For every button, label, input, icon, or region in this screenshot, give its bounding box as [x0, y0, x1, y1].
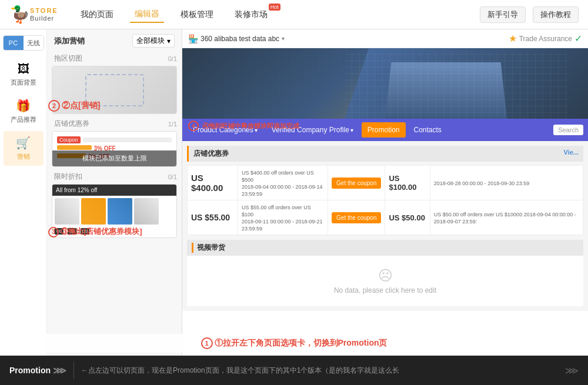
coupon-tag: Coupon — [57, 136, 81, 143]
bottom-version-chevron-icon: ⋙ — [565, 365, 579, 376]
coupon-section-header: 店铺优惠券 Vie... — [187, 146, 583, 162]
company-dropdown-icon: ▾ — [350, 127, 353, 133]
view-more-link[interactable]: Vie... — [564, 149, 579, 159]
device-toggle: PC 无线 — [3, 35, 44, 51]
video-empty-state[interactable]: ☹ No data, please click here to edit — [187, 256, 583, 306]
banner-grid — [345, 52, 568, 119]
bottom-bar: Promotion ⋙ ←点左边可以切页面，现在是Promotion页面，我是这… — [0, 356, 588, 385]
store-nav-company[interactable]: Verified Company Profile ▾ — [266, 122, 359, 138]
sad-face-icon: ☹ — [378, 267, 393, 284]
guide-button[interactable]: 新手引导 — [480, 6, 526, 23]
bottom-info: ←点左边可以切页面，现在是Promotion页面，我是这个页面下的其中1个版本（… — [81, 366, 558, 376]
thumb-dashed-box — [85, 74, 144, 106]
logo-builder: Builder — [30, 15, 58, 22]
coupon-btn-2: Get the coupon — [328, 200, 385, 235]
sidebar-item-product-rec[interactable]: 🎁 产品推荐 — [4, 94, 44, 129]
coupon-btn-1: Get the coupon — [328, 166, 385, 200]
time-ss: 00 — [81, 228, 89, 235]
video-section: 视频带货 — [187, 240, 583, 256]
store-banner — [182, 48, 588, 119]
banner-bg — [182, 48, 588, 119]
thumb-inner-drag — [52, 66, 176, 113]
nav-items: 我的页面 编辑器 模板管理 装修市场 Hot — [76, 6, 480, 23]
nav-item-market[interactable]: 装修市场 Hot — [230, 7, 272, 22]
coupon-overlay: 模块已添加至数量上限 — [52, 150, 176, 166]
promo-content: 店铺优惠券 Vie... US $400.00 US $400.00 off o… — [182, 141, 588, 311]
coupon-desc-2b: US $50.00 off orders over US $10000 2018… — [430, 200, 583, 235]
module-panel: 添加营销 全部模块 ▾ 拖区切图 0/1 店铺优惠券 1/1 Coupon — [47, 29, 182, 356]
coupon-row-1: US $400.00 US $400.00 off orders over US… — [188, 166, 583, 200]
main-area: PC 无线 🖼 页面背景 🎁 产品推荐 🛒 营销 添加营销 全部模块 ▾ 拖区切… — [0, 29, 588, 356]
video-label: 视频带货 — [192, 243, 579, 253]
store-preview: 🏪 360 alibaba test data abc ▾ ★ Trade As… — [182, 29, 588, 356]
coupon-desc-1b: 2018-08-28 00:00:00 - 2018-09-30 23:59 — [430, 166, 583, 200]
coupon-desc-2: US $55.00 off orders over US $100 2018-0… — [238, 200, 328, 235]
coupon-amount-1b: US $100.00 — [385, 166, 430, 200]
store-nav: Product Categories ▾ Verified Company Pr… — [182, 119, 588, 141]
section-drag-cut: 拖区切图 0/1 — [54, 53, 177, 63]
product-mini-3 — [108, 198, 132, 225]
coupon-table: US $400.00 US $400.00 off orders over US… — [187, 165, 583, 235]
coupon-row-2: US $55.00 US $55.00 off orders over US $… — [188, 200, 583, 235]
page-bg-icon: 🖼 — [18, 62, 29, 76]
marketing-icon: 🛒 — [16, 136, 31, 150]
categories-dropdown-icon: ▾ — [255, 127, 258, 133]
store-search[interactable]: Search — [553, 125, 583, 135]
time-mm: 00 — [68, 228, 76, 235]
store-icon: 🏪 — [188, 34, 198, 43]
nav-item-template[interactable]: 模板管理 — [176, 7, 218, 22]
module-thumb-drag-cut[interactable] — [52, 66, 177, 114]
store-name-bar: 🏪 360 alibaba test data abc ▾ — [188, 34, 285, 43]
panel-header: 添加营销 全部模块 ▾ — [52, 34, 177, 48]
coupon-line — [83, 138, 172, 142]
get-coupon-button-1[interactable]: Get the coupon — [332, 178, 381, 189]
module-filter[interactable]: 全部模块 ▾ — [132, 34, 175, 48]
product-mini-2 — [81, 198, 106, 225]
time-display: 00 : 00 : 00 — [52, 227, 176, 236]
logo-duck-icon: 🦆 — [9, 5, 30, 24]
sidebar-item-page-bg[interactable]: 🖼 页面背景 — [4, 58, 44, 92]
product-rec-icon: 🎁 — [16, 99, 31, 113]
store-nav-promotion[interactable]: Promotion — [362, 122, 406, 138]
module-thumb-limited[interactable]: All from 12% off 00 : 00 : 00 — [52, 184, 177, 238]
time-hh: 00 — [55, 228, 64, 235]
sidebar-item-marketing[interactable]: 🛒 营销 — [4, 131, 44, 166]
coupon-amount-1: US $400.00 — [188, 166, 238, 200]
preview-area: 🏪 360 alibaba test data abc ▾ ★ Trade As… — [182, 29, 588, 356]
section-limited: 限时折扣 0/1 — [54, 172, 177, 182]
bottom-chevron-icon: ⋙ — [53, 365, 66, 376]
logo: 🦆 STORE Builder — [9, 5, 58, 24]
panel-title: 添加营销 — [54, 36, 85, 46]
trade-badge: ★ Trade Assurance ✓ — [509, 33, 582, 44]
limited-products — [52, 196, 176, 227]
bottom-divider — [74, 361, 74, 379]
product-mini-4 — [134, 198, 159, 225]
trade-star-icon: ★ — [509, 33, 517, 44]
sidebar-icons: PC 无线 🖼 页面背景 🎁 产品推荐 🛒 营销 — [0, 29, 47, 356]
product-mini-1 — [55, 198, 79, 225]
step1-annotation: 1①拉开左下角页面选项卡，切换到Promotion页 — [0, 334, 588, 353]
get-coupon-button-2[interactable]: Get the coupon — [332, 212, 381, 223]
nav-item-editor[interactable]: 编辑器 — [130, 6, 164, 23]
coupon-desc-1: US $400.00 off orders over US $500 2018-… — [238, 166, 328, 200]
module-thumb-coupon[interactable]: Coupon 3% OFF 2% OFF 模块已添加至数量上限 — [52, 131, 177, 167]
section-coupon: 店铺优惠券 1/1 — [54, 119, 177, 129]
nav-item-my-page[interactable]: 我的页面 — [76, 7, 118, 22]
store-nav-categories[interactable]: Product Categories ▾ — [187, 122, 263, 138]
coupon-amount-2b: US $50.00 — [385, 200, 430, 235]
hot-badge: Hot — [269, 4, 280, 11]
store-dropdown-icon: ▾ — [282, 35, 285, 42]
trade-check-icon: ✓ — [574, 33, 582, 44]
wireless-button[interactable]: 无线 — [24, 36, 44, 50]
logo-text: STORE Builder — [30, 7, 58, 21]
store-header: 🏪 360 alibaba test data abc ▾ ★ Trade As… — [182, 29, 588, 48]
bottom-promo-tab[interactable]: Promotion ⋙ — [9, 365, 66, 376]
nav-right-buttons: 新手引导 操作教程 — [480, 6, 579, 23]
limited-header: All from 12% off — [52, 185, 176, 196]
limited-preview: All from 12% off 00 : 00 : 00 — [52, 185, 176, 237]
pc-button[interactable]: PC — [4, 36, 24, 50]
store-nav-contacts[interactable]: Contacts — [408, 122, 447, 138]
tutorial-button[interactable]: 操作教程 — [533, 6, 579, 23]
coupon-amount-2: US $55.00 — [188, 200, 238, 235]
top-navigation: 🦆 STORE Builder 我的页面 编辑器 模板管理 装修市场 Hot 新… — [0, 0, 588, 29]
